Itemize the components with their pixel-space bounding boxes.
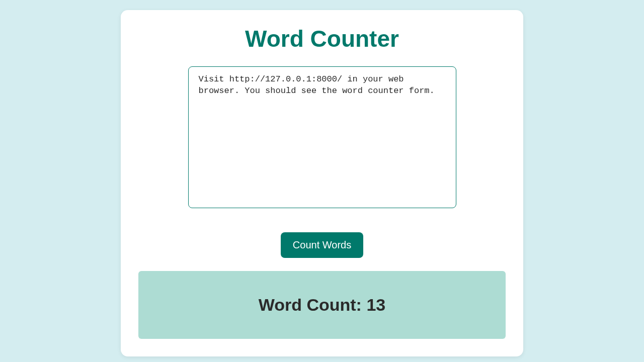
count-words-button[interactable]: Count Words: [281, 232, 363, 258]
word-count-result: Word Count: 13: [148, 295, 496, 315]
page-title: Word Counter: [138, 25, 506, 52]
result-value: 13: [366, 295, 385, 314]
text-input[interactable]: [188, 66, 456, 208]
button-wrapper: Count Words: [138, 232, 506, 258]
word-counter-card: Word Counter Count Words Word Count: 13: [121, 10, 523, 356]
result-label: Word Count:: [259, 295, 367, 314]
result-panel: Word Count: 13: [138, 271, 506, 339]
input-wrapper: [138, 66, 506, 208]
